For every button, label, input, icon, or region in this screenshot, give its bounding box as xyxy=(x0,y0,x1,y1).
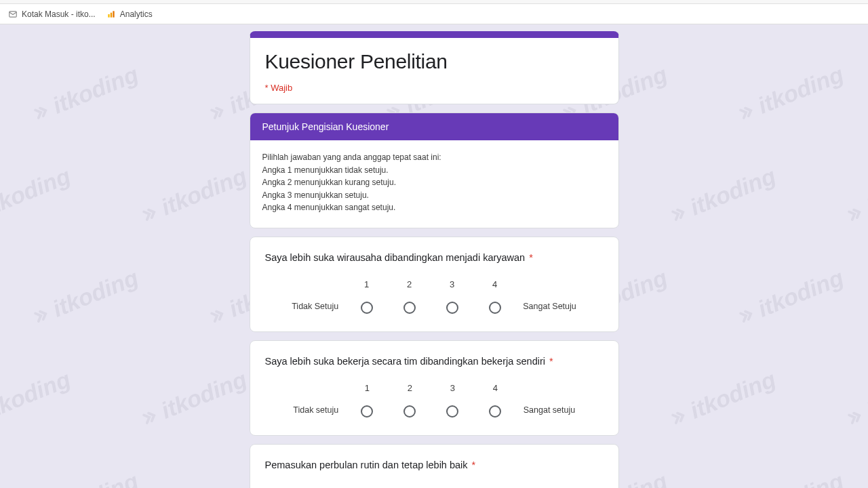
scale-number: 4 xyxy=(493,383,498,393)
question-title: Saya lebih suka wirausaha dibandingkan m… xyxy=(265,252,604,263)
required-asterisk: * xyxy=(549,356,553,367)
radio-option-4[interactable] xyxy=(489,405,501,418)
svg-rect-1 xyxy=(108,14,109,18)
bookmark-label: Analytics xyxy=(120,9,153,19)
form-title: Kuesioner Penelitian xyxy=(265,50,604,73)
section-line: Pilihlah jawaban yang anda anggap tepat … xyxy=(262,151,606,164)
question-card: Saya lebih suka wirausaha dibandingkan m… xyxy=(250,237,619,332)
scale-high-label: Sangat Setuju xyxy=(516,302,583,314)
radio-option-1[interactable] xyxy=(361,302,373,314)
required-asterisk: * xyxy=(472,460,476,470)
linear-scale: Tidak Setuju 1 2 3 4 Sangat Setuju xyxy=(265,279,604,314)
scale-number: 4 xyxy=(492,279,497,289)
section-body: Pilihlah jawaban yang anda anggap tepat … xyxy=(250,140,618,228)
section-card: Petunjuk Pengisian Kuesioner Pilihlah ja… xyxy=(250,113,619,228)
question-card: Pemasukan perbulan rutin dan tetap lebih… xyxy=(250,444,619,488)
scale-number: 2 xyxy=(408,383,412,393)
radio-option-2[interactable] xyxy=(403,302,416,314)
radio-option-4[interactable] xyxy=(489,302,501,314)
section-line: Angka 2 menunjukkan kurang setuju. xyxy=(262,176,606,189)
scale-low-label: Tidak setuju xyxy=(286,405,346,418)
question-text: Pemasukan perbulan rutin dan tetap lebih… xyxy=(265,460,468,470)
scale-number: 1 xyxy=(364,279,369,289)
question-title: Saya lebih suka bekerja secara tim diban… xyxy=(265,356,604,367)
required-asterisk: * xyxy=(529,252,533,263)
scale-number: 1 xyxy=(365,383,370,393)
radio-option-3[interactable] xyxy=(446,302,458,314)
radio-option-2[interactable] xyxy=(403,405,416,418)
form-page: Kuesioner Penelitian * Wajib Petunjuk Pe… xyxy=(0,24,868,488)
scale-high-label: Sangat setuju xyxy=(517,405,582,418)
scale-number: 2 xyxy=(407,279,412,289)
section-line: Angka 4 menunjukkan sangat setuju. xyxy=(262,201,606,214)
bookmark-kotak-masuk[interactable]: Kotak Masuk - itko... xyxy=(3,9,101,19)
radio-option-1[interactable] xyxy=(361,405,373,418)
question-text: Saya lebih suka wirausaha dibandingkan m… xyxy=(265,252,526,263)
required-note: * Wajib xyxy=(265,83,604,93)
bookmarks-bar: Kotak Masuk - itko... Analytics xyxy=(0,4,868,24)
bookmark-label: Kotak Masuk - itko... xyxy=(22,9,96,19)
scale-low-label: Tidak Setuju xyxy=(285,302,345,314)
form-header-card: Kuesioner Penelitian * Wajib xyxy=(250,31,619,104)
scale-number: 3 xyxy=(450,279,454,289)
analytics-icon xyxy=(106,9,116,19)
section-line: Angka 3 menunjukkan setuju. xyxy=(262,189,606,202)
radio-option-3[interactable] xyxy=(446,405,458,418)
question-text: Saya lebih suka bekerja secara tim diban… xyxy=(265,356,546,367)
linear-scale: Tidak setuju 1 2 3 4 Sangat setuju xyxy=(265,383,604,418)
question-card: Saya lebih suka bekerja secara tim diban… xyxy=(250,340,619,436)
question-title: Pemasukan perbulan rutin dan tetap lebih… xyxy=(265,460,604,470)
mail-icon xyxy=(8,9,18,19)
bookmark-analytics[interactable]: Analytics xyxy=(101,9,158,19)
svg-rect-2 xyxy=(111,12,112,17)
section-line: Angka 1 menunjukkan tidak setuju. xyxy=(262,164,606,177)
scale-number: 3 xyxy=(450,383,455,393)
section-header: Petunjuk Pengisian Kuesioner xyxy=(250,113,618,140)
svg-rect-3 xyxy=(113,11,114,17)
